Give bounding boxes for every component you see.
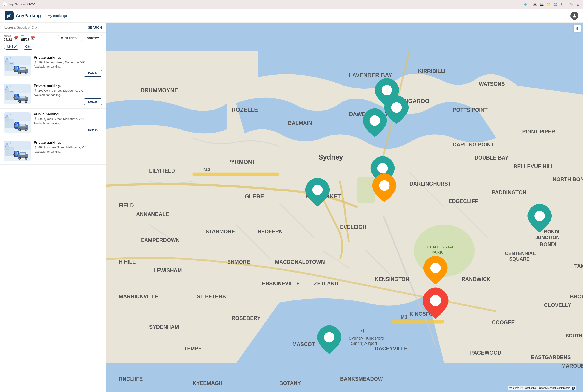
svg-point-186 — [370, 115, 380, 126]
svg-rect-80 — [23, 124, 26, 126]
svg-text:CENTENNIAL: CENTENNIAL — [505, 251, 536, 256]
parking-title: Private parking. — [34, 141, 102, 145]
sortby-button[interactable]: ↕ SORTBY — [81, 35, 102, 42]
svg-rect-90 — [6, 146, 6, 147]
link-icon[interactable]: 🔗 — [523, 2, 527, 6]
svg-text:Sydney: Sydney — [318, 153, 343, 161]
search-section: SEARCH — [0, 22, 106, 33]
parking-info: Private parking. 📍 400 Lonsdale Street, … — [34, 141, 102, 161]
browser-info-icon: i — [3, 2, 7, 6]
parking-info: Private parking. 📍 100 Flinders Street, … — [34, 56, 102, 76]
to-date-field: To 05/28 📅 — [21, 35, 36, 42]
details-button[interactable]: Details — [84, 70, 102, 76]
svg-text:PADDINGTON: PADDINGTON — [492, 190, 526, 195]
details-button[interactable]: Details — [84, 98, 102, 105]
user-avatar[interactable] — [570, 12, 578, 20]
parking-info: Private parking. 📍 200 Collins Street, M… — [34, 84, 102, 105]
svg-text:DARLING POINT: DARLING POINT — [453, 142, 494, 148]
search-button[interactable]: SEARCH — [88, 26, 102, 29]
from-calendar-icon[interactable]: 📅 — [14, 36, 18, 40]
filters-button[interactable]: ⚙ FILTERS — [58, 35, 80, 42]
folder-icon[interactable]: 📁 — [546, 2, 550, 6]
svg-text:BALMAIN: BALMAIN — [288, 120, 312, 126]
attribution-text: MapLibre | © LocationIQ © OpenStreetMap … — [509, 386, 570, 389]
map-controls: ⊕ — [574, 25, 581, 32]
parking-image: P — [4, 84, 30, 104]
to-calendar-icon[interactable]: 📅 — [31, 36, 35, 40]
svg-rect-38 — [6, 89, 7, 90]
logo-icon: P — [4, 11, 14, 20]
grid-icon[interactable]: ⊞ — [576, 2, 580, 6]
svg-rect-41 — [10, 91, 10, 92]
address-text: 400 Lonsdale Street, Melbourne, VIC — [38, 146, 87, 149]
search-input[interactable] — [4, 26, 84, 29]
globe-icon[interactable]: 🌐 — [553, 2, 557, 6]
svg-text:Sydney (Kingsford: Sydney (Kingsford — [349, 336, 384, 340]
svg-point-95 — [10, 142, 11, 144]
svg-text:ANNANDALE: ANNANDALE — [136, 211, 169, 217]
parking-item[interactable]: P — [0, 137, 106, 165]
svg-text:ERSKINEVILLE: ERSKINEVILLE — [262, 280, 300, 286]
browser-url-bar[interactable]: http://localhost:3000 — [9, 3, 521, 6]
svg-point-17 — [10, 57, 11, 58]
filter-buttons: ⚙ FILTERS ↕ SORTBY — [58, 35, 102, 42]
to-value[interactable]: 05/28 — [21, 38, 30, 42]
svg-rect-66 — [6, 118, 7, 118]
svg-point-51 — [19, 101, 20, 102]
filter-icon: ⚙ — [60, 36, 64, 40]
tag-unsw[interactable]: UNSW — [4, 44, 20, 50]
svg-rect-31 — [17, 68, 18, 70]
svg-rect-33 — [13, 69, 15, 70]
map-area[interactable]: M4 M1 — [106, 22, 583, 392]
details-button[interactable]: Details — [84, 127, 102, 133]
svg-point-190 — [312, 185, 322, 195]
from-value[interactable]: 05/28 — [4, 38, 12, 42]
svg-rect-43 — [12, 91, 13, 92]
location-icon: 📍 — [34, 89, 37, 92]
svg-text:M1: M1 — [401, 314, 408, 320]
date-row: From 05/28 📅 To 05/28 📅 — [4, 35, 102, 42]
svg-rect-113 — [192, 172, 279, 176]
location-icon: 📍 — [34, 146, 37, 149]
nav-my-bookings[interactable]: My Bookings — [48, 14, 67, 18]
svg-point-187 — [382, 85, 392, 96]
svg-text:MASCOT: MASCOT — [292, 341, 315, 347]
camera-icon[interactable]: 📷 — [540, 2, 544, 6]
svg-text:LILYFIELD: LILYFIELD — [149, 168, 175, 174]
browser-toolbar: 🔗 📥 📷 📁 🌐 ⬇ ↻ ⊞ — [523, 2, 580, 7]
svg-rect-61 — [13, 98, 15, 98]
from-label: From — [4, 35, 12, 38]
inbox-icon[interactable]: 📥 — [533, 2, 537, 6]
svg-text:STANMORE: STANMORE — [206, 229, 235, 234]
svg-point-45 — [10, 86, 11, 87]
parking-title: Private parking. — [34, 56, 102, 60]
location-icon: 📍 — [34, 117, 37, 120]
svg-rect-68 — [9, 119, 14, 128]
svg-text:ST PETERS: ST PETERS — [197, 294, 226, 300]
parking-item[interactable]: P — [0, 52, 106, 80]
svg-text:REDFERN: REDFERN — [258, 229, 283, 234]
svg-point-194 — [324, 332, 334, 342]
crosshair-button[interactable]: ⊕ — [574, 25, 581, 32]
tag-city[interactable]: City — [22, 44, 34, 50]
svg-text:LAVENDER BAY: LAVENDER BAY — [349, 72, 392, 78]
svg-point-53 — [26, 101, 27, 102]
svg-point-191 — [534, 211, 545, 221]
svg-text:CENTENNIAL: CENTENNIAL — [427, 244, 454, 249]
parking-image: P — [4, 141, 30, 161]
svg-text:LEWISHAM: LEWISHAM — [154, 268, 182, 274]
download-icon[interactable]: ⬇ — [560, 2, 564, 6]
parking-list: P — [0, 52, 106, 392]
svg-rect-11 — [8, 61, 8, 62]
refresh-icon[interactable]: ↻ — [570, 2, 574, 6]
svg-point-69 — [6, 114, 8, 117]
svg-text:SQUARE: SQUARE — [509, 256, 530, 262]
svg-point-23 — [19, 72, 20, 74]
svg-rect-109 — [17, 154, 18, 155]
divider2 — [566, 2, 567, 7]
svg-rect-89 — [5, 145, 9, 156]
parking-item[interactable]: P — [0, 80, 106, 109]
parking-item[interactable]: P — [0, 109, 106, 137]
parking-title: Private parking. — [34, 84, 102, 88]
svg-text:DACEYVILLE: DACEYVILLE — [375, 346, 408, 352]
